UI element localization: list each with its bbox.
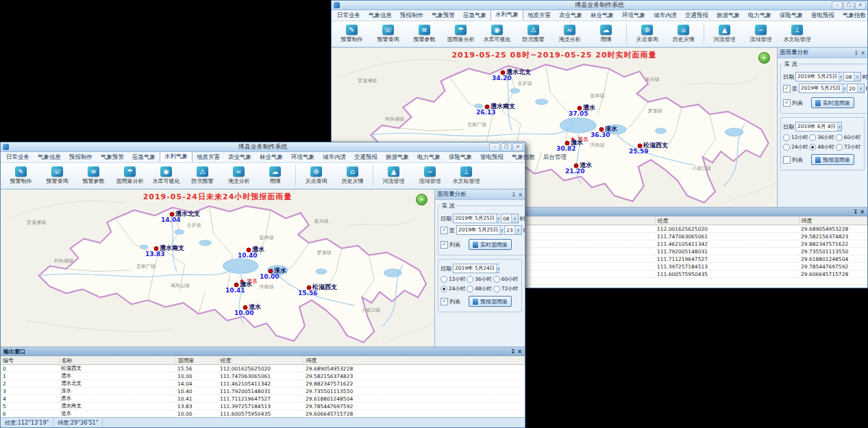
live-from-hour-select[interactable]: 08∨ — [843, 72, 861, 81]
menu-tab-9[interactable]: 林业气象 — [256, 153, 287, 162]
duration-radio-36小时[interactable]: 36小时 — [809, 134, 835, 141]
toolbar-button-hydro-station-management[interactable]: ⊥水文站管理 — [779, 25, 815, 43]
col-name[interactable]: 名称 — [59, 356, 175, 365]
panel-close-icon[interactable]: × — [518, 192, 523, 198]
table-row[interactable]: 5澧水南支13.83111.39725718451329.78544769759… — [1, 403, 525, 410]
menu-tab-8[interactable]: 农业气象 — [555, 11, 586, 21]
menu-tab-4[interactable]: 气象预警 — [427, 11, 459, 21]
menu-tab-12[interactable]: 交通预报 — [681, 11, 712, 21]
menu-tab-13[interactable]: 旅游气象 — [382, 153, 413, 162]
toolbar-button-hydro-station-management[interactable]: ⊥水文站管理 — [448, 166, 484, 185]
menu-tab-14[interactable]: 电力气象 — [413, 153, 445, 162]
menu-tab-6[interactable]: 水利气象 — [160, 151, 193, 162]
toolbar-button-disaster-point-query[interactable]: ⊕灾点查询 — [298, 166, 334, 185]
toolbar-button-area-rainfall-analysis[interactable]: ☂面雨量分析 — [112, 166, 148, 185]
menu-tab-14[interactable]: 电力气象 — [744, 11, 776, 21]
menu-tab-16[interactable]: 雷电预报 — [476, 153, 508, 162]
forecast-date-select[interactable]: 2019年 5月24日∨ — [453, 264, 499, 273]
menu-tab-11[interactable]: 城市内涝 — [649, 11, 681, 21]
live-to-hour-select[interactable]: 20∨ — [847, 84, 865, 93]
table-row[interactable]: 0松滋西支15.56112.00162562502029.68905495322… — [1, 365, 525, 373]
toolbar-button-warning-query[interactable]: ☏预警查询 — [39, 166, 75, 185]
close-button[interactable]: × — [855, 1, 866, 10]
menu-tab-13[interactable]: 旅游气象 — [712, 11, 744, 21]
menu-tab-8[interactable]: 农业气象 — [224, 153, 256, 162]
duration-radio-24小时[interactable]: 24小时 — [783, 144, 809, 151]
menu-tab-17[interactable]: 气象指数 — [839, 11, 868, 21]
minimize-button[interactable]: – — [832, 1, 843, 10]
forecast-rainfall-button[interactable]: 预报面雨量 — [811, 154, 854, 165]
menu-tab-18[interactable]: 后台管理 — [539, 153, 571, 162]
col-longitude[interactable]: 经度 — [655, 216, 799, 225]
duration-radio-60小时[interactable]: 60小时 — [836, 134, 862, 141]
toolbar-button-flood-warning[interactable]: ⚠防汛预警 — [515, 25, 551, 43]
toolbar-button-basin-management[interactable]: ∽流域管理 — [743, 25, 779, 43]
duration-radio-48小时[interactable]: 48小时 — [809, 144, 835, 151]
menu-tab-2[interactable]: 气象信息 — [364, 11, 396, 21]
duration-radio-12小时[interactable]: 12小时 — [441, 276, 467, 283]
menu-tab-7[interactable]: 地质灾害 — [193, 153, 224, 162]
col-latitude[interactable]: 纬度 — [303, 356, 525, 365]
forecast-list-checkbox[interactable]: ✓ — [441, 298, 448, 305]
toolbar-button-warning-create[interactable]: ✎预警制作 — [334, 25, 370, 43]
menu-tab-3[interactable]: 预报制作 — [65, 153, 97, 162]
minimize-button[interactable]: – — [489, 143, 500, 151]
pin-icon[interactable]: ↧ — [511, 349, 516, 355]
map-locate-button[interactable]: » — [758, 52, 770, 64]
menu-tab-2[interactable]: 气象信息 — [34, 153, 65, 162]
forecast-date-select[interactable]: 2019年 6月 4日∨ — [795, 122, 842, 131]
toolbar-button-inundation-analysis[interactable]: ≈淹没分析 — [551, 25, 588, 43]
menu-tab-1[interactable]: 日常业务 — [2, 153, 34, 162]
duration-radio-12小时[interactable]: 12小时 — [783, 134, 809, 141]
toolbar-button-warning-query[interactable]: ☏预警查询 — [370, 25, 406, 43]
live-list-checkbox[interactable]: ✓ — [783, 99, 791, 107]
toolbar-button-rain-condition[interactable]: ☁雨情 — [257, 166, 293, 185]
duration-radio-36小时[interactable]: 36小时 — [467, 276, 493, 283]
duration-radio-48小时[interactable]: 48小时 — [467, 286, 493, 292]
menu-tab-7[interactable]: 地质灾害 — [523, 11, 555, 21]
duration-radio-24小时[interactable]: 24小时 — [441, 286, 467, 292]
to-checkbox[interactable]: ✓ — [783, 85, 791, 92]
live-date-select[interactable]: 2019年 5月25日∨ — [795, 72, 842, 81]
duration-radio-72小时[interactable]: 72小时 — [836, 144, 862, 151]
panel-close-icon[interactable]: × — [860, 209, 865, 215]
realtime-rainfall-button[interactable]: 实时面雨量 — [811, 97, 854, 108]
table-row[interactable]: 2澧水北支14.04111.46210541134229.88234757162… — [1, 380, 525, 388]
toolbar-button-historical-disaster[interactable]: ⌂历史灾情 — [665, 25, 702, 43]
title-bar[interactable]: 博县业务制作系统 – ▢ × — [1, 142, 525, 152]
duration-radio-72小时[interactable]: 72小时 — [493, 286, 519, 292]
toolbar-button-river-management[interactable]: ▲河流管理 — [706, 25, 743, 43]
toolbar-button-warning-params[interactable]: ≡预警参数 — [75, 166, 112, 185]
forecast-rainfall-button[interactable]: 预报面雨量 — [469, 296, 512, 307]
menu-tab-16[interactable]: 雷电预报 — [807, 11, 839, 21]
toolbar-button-inundation-analysis[interactable]: ≈淹没分析 — [221, 166, 257, 185]
menu-tab-5[interactable]: 应急气象 — [128, 153, 160, 162]
toolbar-button-flood-warning[interactable]: ⚠防汛预警 — [184, 166, 221, 185]
map-locate-button[interactable]: » — [416, 194, 427, 205]
close-button[interactable]: × — [512, 143, 523, 151]
live-list-checkbox[interactable]: ✓ — [441, 241, 448, 249]
col-rainfall[interactable]: 面雨量 — [175, 356, 218, 365]
toolbar-button-warning-params[interactable]: ≡预警参数 — [406, 25, 443, 43]
menu-tab-11[interactable]: 城市内涝 — [319, 153, 350, 162]
toolbar-button-reservoir-visual[interactable]: ◉水库可视化 — [148, 166, 184, 185]
toolbar-button-historical-disaster[interactable]: ⌂历史灾情 — [334, 166, 371, 185]
live-to-date-select[interactable]: 2019年 5月25日∨ — [799, 84, 845, 93]
toolbar-button-reservoir-visual[interactable]: ◉水库可视化 — [479, 25, 515, 43]
menu-tab-3[interactable]: 预报制作 — [396, 11, 427, 21]
menu-tab-9[interactable]: 林业气象 — [586, 11, 618, 21]
title-bar[interactable]: 博县业务制作系统 – ▢ × — [332, 1, 867, 10]
toolbar-button-basin-management[interactable]: ∽流域管理 — [412, 166, 448, 185]
toolbar-button-area-rainfall-analysis[interactable]: ☂面雨量分析 — [443, 25, 479, 43]
map-view[interactable]: 2019-05-24日未来24小时预报面雨量 ★ 澧县 » 甘溪滩镇码头铺镇王家… — [1, 190, 434, 347]
col-latitude[interactable]: 纬度 — [799, 216, 867, 225]
menu-tab-10[interactable]: 环境气象 — [618, 11, 649, 21]
maximize-button[interactable]: ▢ — [843, 1, 854, 10]
menu-tab-17[interactable]: 气象指数 — [508, 153, 539, 162]
toolbar-button-river-management[interactable]: ▲河流管理 — [375, 166, 412, 185]
menu-tab-5[interactable]: 应急气象 — [459, 11, 491, 21]
col-longitude[interactable]: 经度 — [218, 356, 303, 365]
live-to-hour-select[interactable]: 23∨ — [504, 225, 522, 235]
pin-icon[interactable]: ↧ — [512, 192, 517, 198]
toolbar-button-rain-condition[interactable]: ☁雨情 — [588, 25, 624, 43]
